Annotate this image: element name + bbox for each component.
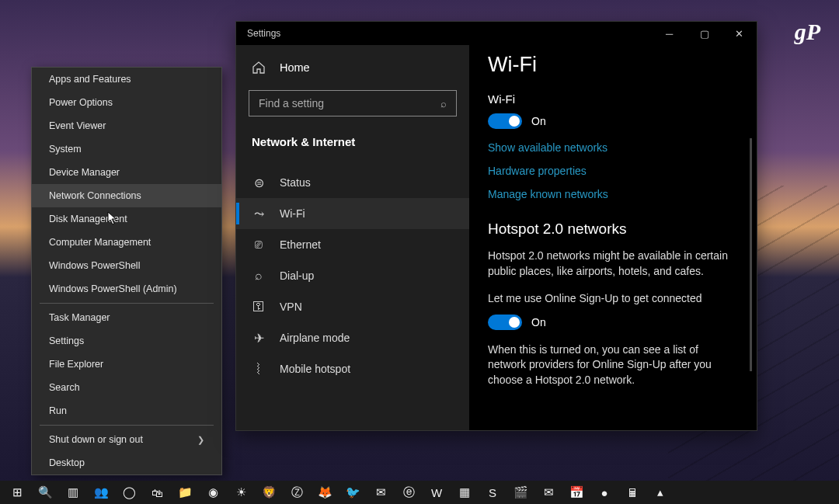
search-icon[interactable]: 🔍 xyxy=(31,481,59,504)
menu-item-label: Windows PowerShell (Admin) xyxy=(49,283,177,294)
winx-item-windows-powershell[interactable]: Windows PowerShell xyxy=(32,254,221,277)
winx-item-shut-down-or-sign-out[interactable]: Shut down or sign out❯ xyxy=(32,428,221,451)
menu-item-label: Device Manager xyxy=(49,167,120,178)
winx-item-computer-management[interactable]: Computer Management xyxy=(32,231,221,254)
nav-item-dial-up[interactable]: ⌕Dial-up xyxy=(236,260,469,291)
zoho-icon[interactable]: Ⓩ xyxy=(283,481,311,504)
calc-icon[interactable]: 🖩 xyxy=(618,481,646,504)
menu-item-label: Disk Management xyxy=(49,214,127,224)
menu-item-label: File Explorer xyxy=(49,359,103,370)
winx-item-disk-management[interactable]: Disk Management xyxy=(32,207,221,231)
vlc-icon[interactable]: ▴ xyxy=(646,481,674,504)
nav-item-vpn[interactable]: ⚿VPN xyxy=(236,291,469,322)
nav-item-ethernet[interactable]: ⎚Ethernet xyxy=(236,229,469,260)
winx-item-run[interactable]: Run xyxy=(32,399,221,422)
link-manage-known-networks[interactable]: Manage known networks xyxy=(488,188,738,200)
search-input[interactable]: Find a setting ⌕ xyxy=(249,90,457,116)
link-hardware-properties[interactable]: Hardware properties xyxy=(488,165,738,177)
nav-item-wi-fi[interactable]: ⤳Wi-Fi xyxy=(236,198,469,229)
menu-item-label: System xyxy=(49,144,82,155)
winx-item-windows-powershell-admin-[interactable]: Windows PowerShell (Admin) xyxy=(32,277,221,301)
menu-item-label: Settings xyxy=(49,335,84,346)
wifi-toggle-label: Wi-Fi xyxy=(488,92,738,106)
settings-window: Settings ─ ▢ ✕ Home Find a setting ⌕ Net… xyxy=(235,21,757,431)
firefox-icon[interactable]: 🦊 xyxy=(311,481,339,504)
nav-item-label: Wi-Fi xyxy=(280,207,305,220)
search-icon: ⌕ xyxy=(440,98,447,109)
winx-item-event-viewer[interactable]: Event Viewer xyxy=(32,114,221,137)
titlebar[interactable]: Settings ─ ▢ ✕ xyxy=(236,22,757,45)
store-icon[interactable]: 🛍 xyxy=(143,481,171,504)
nav-item-mobile-hotspot[interactable]: ⦚Mobile hotspot xyxy=(236,353,469,384)
hotspot-icon: ⦚ xyxy=(252,362,266,376)
sway-icon[interactable]: S xyxy=(479,481,507,504)
nav-home-label: Home xyxy=(280,61,310,74)
menu-separator xyxy=(40,425,214,426)
app2-icon[interactable]: ▦ xyxy=(451,481,479,504)
winx-item-power-options[interactable]: Power Options xyxy=(32,91,221,114)
wifi-toggle[interactable]: On xyxy=(488,113,738,129)
winx-item-device-manager[interactable]: Device Manager xyxy=(32,161,221,184)
search-placeholder: Find a setting xyxy=(259,97,324,109)
close-button[interactable]: ✕ xyxy=(722,22,757,45)
menu-item-label: Search xyxy=(49,382,80,393)
mail2-icon[interactable]: ✉ xyxy=(534,481,562,504)
hotspot-toggle[interactable]: On xyxy=(488,315,738,330)
menu-item-label: Task Manager xyxy=(49,312,110,323)
edge-icon[interactable]: ⓔ xyxy=(395,481,423,504)
home-icon xyxy=(252,61,266,75)
brave-icon[interactable]: 🦁 xyxy=(255,481,283,504)
start-icon[interactable]: ⊞ xyxy=(3,481,31,504)
movies-icon[interactable]: 🎬 xyxy=(507,481,534,504)
winx-context-menu: Apps and FeaturesPower OptionsEvent View… xyxy=(31,67,222,475)
winx-item-settings[interactable]: Settings xyxy=(32,329,221,353)
chrome-icon[interactable]: ◉ xyxy=(199,481,227,504)
dialup-icon: ⌕ xyxy=(252,269,266,283)
nav-item-status[interactable]: ⊜Status xyxy=(236,167,469,198)
page-title: Wi-Fi xyxy=(488,53,738,77)
nav-item-label: Status xyxy=(280,176,311,189)
menu-item-label: Computer Management xyxy=(49,237,151,248)
winx-item-file-explorer[interactable]: File Explorer xyxy=(32,353,221,376)
nav-item-label: Ethernet xyxy=(280,238,321,251)
settings-nav: Home Find a setting ⌕ Network & Internet… xyxy=(236,45,469,430)
minimize-button[interactable]: ─ xyxy=(652,22,687,45)
people-icon[interactable]: 👥 xyxy=(87,481,115,504)
nav-item-airplane-mode[interactable]: ✈Airplane mode xyxy=(236,322,469,353)
winx-item-apps-and-features[interactable]: Apps and Features xyxy=(32,68,221,91)
vpn-icon: ⚿ xyxy=(252,300,266,314)
app3-icon[interactable]: ● xyxy=(590,481,618,504)
link-available-networks[interactable]: Show available networks xyxy=(488,141,738,154)
menu-separator xyxy=(40,303,214,304)
hotspot-toggle-state: On xyxy=(531,316,546,328)
taskview-icon[interactable]: ▥ xyxy=(59,481,87,504)
maximize-button[interactable]: ▢ xyxy=(687,22,722,45)
winx-item-search[interactable]: Search xyxy=(32,376,221,399)
menu-item-label: Apps and Features xyxy=(49,74,131,85)
nav-home[interactable]: Home xyxy=(236,53,469,82)
settings-content: Wi-Fi Wi-Fi On Show available networks H… xyxy=(469,45,757,430)
menu-item-label: Windows PowerShell xyxy=(49,260,140,271)
scrollbar[interactable] xyxy=(750,138,752,371)
word-icon[interactable]: W xyxy=(423,481,451,504)
hotspot-description: Hotspot 2.0 networks might be available … xyxy=(488,249,738,279)
menu-item-label: Power Options xyxy=(49,97,113,108)
status-icon: ⊜ xyxy=(252,176,266,189)
toggle-switch-icon xyxy=(488,113,522,129)
calendar-icon[interactable]: 📅 xyxy=(562,481,590,504)
wifi-icon: ⤳ xyxy=(252,207,266,221)
nav-item-label: Airplane mode xyxy=(280,332,350,344)
flux-icon[interactable]: ☀ xyxy=(227,481,255,504)
winx-item-task-manager[interactable]: Task Manager xyxy=(32,306,221,329)
nav-section-header: Network & Internet xyxy=(236,129,469,167)
hotspot-header: Hotspot 2.0 networks xyxy=(488,221,738,238)
toggle-switch-icon xyxy=(488,315,522,330)
app1-icon[interactable]: 🐦 xyxy=(339,481,367,504)
cortana-icon[interactable]: ◯ xyxy=(115,481,143,504)
mail-icon[interactable]: ✉ xyxy=(367,481,395,504)
winx-item-desktop[interactable]: Desktop xyxy=(32,451,221,474)
winx-item-system[interactable]: System xyxy=(32,137,221,161)
window-title: Settings xyxy=(247,28,280,39)
explorer-icon[interactable]: 📁 xyxy=(171,481,199,504)
winx-item-network-connections[interactable]: Network Connections xyxy=(32,184,221,207)
